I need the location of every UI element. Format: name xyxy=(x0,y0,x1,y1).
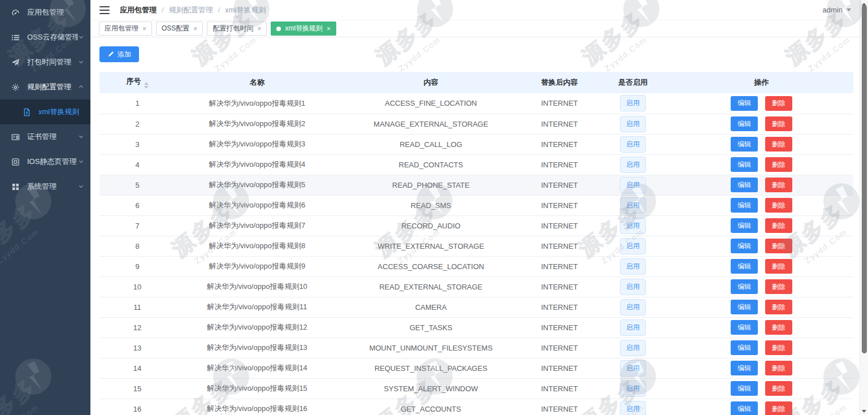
delete-button[interactable]: 删除 xyxy=(765,300,792,314)
scrollbar-thumb[interactable] xyxy=(862,5,867,353)
edit-button[interactable]: 编辑 xyxy=(731,198,758,213)
sidebar-item-app-package[interactable]: 应用包管理 xyxy=(0,0,90,25)
sidebar-item-ios-static-page[interactable]: IOS静态页管理 xyxy=(0,149,90,174)
enabled-badge[interactable]: 启用 xyxy=(620,218,646,234)
cell-content: SYSTEM_ALERT_WINDOW xyxy=(339,378,523,399)
delete-button[interactable]: 删除 xyxy=(765,157,792,172)
enabled-badge[interactable]: 启用 xyxy=(620,258,646,275)
delete-button[interactable]: 删除 xyxy=(765,320,792,335)
sidebar-item-xml-rules[interactable]: xml替换规则 xyxy=(0,100,90,124)
edit-button[interactable]: 编辑 xyxy=(731,320,758,335)
tab-pack-time[interactable]: 配置打包时间 × xyxy=(207,21,267,36)
add-button[interactable]: 添加 xyxy=(99,46,139,62)
cell-name: 解决华为/vivo/oppo报毒规则12 xyxy=(175,317,339,338)
sidebar-item-oss-storage[interactable]: OSS云存储管理 xyxy=(0,25,90,50)
hamburger-icon[interactable] xyxy=(96,4,113,16)
enabled-badge[interactable]: 启用 xyxy=(620,177,646,193)
user-dropdown[interactable]: admin xyxy=(823,6,851,14)
enabled-badge[interactable]: 启用 xyxy=(620,381,646,397)
cell-replace-content: INTERNET xyxy=(523,297,596,317)
edit-button[interactable]: 编辑 xyxy=(731,279,758,294)
edit-button[interactable]: 编辑 xyxy=(731,218,758,233)
tab-label: xml替换规则 xyxy=(285,24,323,33)
delete-button[interactable]: 删除 xyxy=(765,340,792,355)
sidebar-item-rule-config[interactable]: 规则配置管理 xyxy=(0,75,90,100)
enabled-badge[interactable]: 启用 xyxy=(620,299,646,315)
vertical-scrollbar[interactable] xyxy=(860,0,868,415)
enabled-badge[interactable]: 启用 xyxy=(620,319,646,336)
edit-button[interactable]: 编辑 xyxy=(731,137,758,152)
certificate-icon xyxy=(11,132,20,141)
cell-actions: 编辑 删除 xyxy=(670,256,853,276)
enabled-badge[interactable]: 启用 xyxy=(620,116,646,132)
row-index: 3 xyxy=(135,140,139,149)
close-icon[interactable]: × xyxy=(257,25,261,32)
sidebar-item-pack-time[interactable]: 打包时间管理 xyxy=(0,50,90,75)
row-index: 13 xyxy=(133,344,141,352)
edit-button[interactable]: 编辑 xyxy=(731,401,758,415)
close-icon[interactable]: × xyxy=(327,25,331,32)
edit-button[interactable]: 编辑 xyxy=(731,96,758,111)
tab-app-package[interactable]: 应用包管理 × xyxy=(99,21,152,36)
chevron-down-icon xyxy=(78,158,85,165)
rule-content: ACCESS_COARSE_LOCATION xyxy=(377,262,484,271)
cell-index: 9 xyxy=(99,256,175,276)
cell-actions: 编辑 删除 xyxy=(670,114,853,134)
delete-button[interactable]: 删除 xyxy=(765,361,792,375)
edit-button[interactable]: 编辑 xyxy=(731,239,758,253)
delete-button[interactable]: 删除 xyxy=(765,96,792,111)
edit-button[interactable]: 编辑 xyxy=(731,178,758,192)
delete-button[interactable]: 删除 xyxy=(765,198,792,213)
delete-button[interactable]: 删除 xyxy=(765,401,792,415)
enabled-badge[interactable]: 启用 xyxy=(620,95,646,111)
sidebar-item-certificates[interactable]: 证书管理 xyxy=(0,124,90,149)
enabled-badge[interactable]: 启用 xyxy=(620,157,646,173)
edit-button[interactable]: 编辑 xyxy=(731,259,758,274)
delete-button[interactable]: 删除 xyxy=(765,116,792,131)
scroll-down-arrow[interactable] xyxy=(860,408,868,414)
edit-button[interactable]: 编辑 xyxy=(731,381,758,396)
tab-oss-config[interactable]: OSS配置 × xyxy=(156,21,203,36)
edit-button[interactable]: 编辑 xyxy=(731,340,758,355)
cell-index: 15 xyxy=(99,378,175,399)
edit-button[interactable]: 编辑 xyxy=(731,361,758,375)
enabled-badge[interactable]: 启用 xyxy=(620,401,646,415)
cell-enabled: 启用 xyxy=(596,276,670,297)
cell-replace-content: INTERNET xyxy=(523,276,596,297)
rule-name: 解决华为/vivo/oppo报毒规则1 xyxy=(209,99,306,107)
enabled-badge[interactable]: 启用 xyxy=(620,340,646,356)
close-icon[interactable]: × xyxy=(193,25,197,32)
enabled-badge[interactable]: 启用 xyxy=(620,136,646,153)
enabled-badge[interactable]: 启用 xyxy=(620,360,646,377)
enabled-badge[interactable]: 启用 xyxy=(620,197,646,214)
enabled-badge[interactable]: 启用 xyxy=(620,238,646,254)
rule-replace-content: INTERNET xyxy=(541,303,578,312)
cell-index: 11 xyxy=(99,297,175,317)
enabled-badge[interactable]: 启用 xyxy=(620,279,646,295)
delete-button[interactable]: 删除 xyxy=(765,178,792,192)
rule-replace-content: INTERNET xyxy=(541,344,578,352)
edit-button[interactable]: 编辑 xyxy=(731,157,758,172)
table-row: 2 解决华为/vivo/oppo报毒规则2 MANAGE_EXTERNAL_ST… xyxy=(99,114,853,134)
cell-name: 解决华为/vivo/oppo报毒规则6 xyxy=(175,195,339,215)
edit-button[interactable]: 编辑 xyxy=(731,116,758,131)
delete-button[interactable]: 删除 xyxy=(765,279,792,294)
close-icon[interactable]: × xyxy=(142,25,146,32)
breadcrumb-item[interactable]: 应用包管理 xyxy=(120,5,157,15)
cell-content: READ_PHONE_STATE xyxy=(339,175,523,195)
delete-button[interactable]: 删除 xyxy=(765,218,792,233)
delete-button[interactable]: 删除 xyxy=(765,239,792,253)
tab-xml-rules-active[interactable]: xml替换规则 × xyxy=(271,21,336,36)
cell-actions: 编辑 删除 xyxy=(670,317,853,338)
sort-carets[interactable] xyxy=(144,82,149,89)
tab-label: 配置打包时间 xyxy=(212,24,253,33)
edit-button[interactable]: 编辑 xyxy=(731,300,758,314)
delete-button[interactable]: 删除 xyxy=(765,259,792,274)
cell-enabled: 启用 xyxy=(596,175,670,195)
delete-button[interactable]: 删除 xyxy=(765,137,792,152)
delete-button[interactable]: 删除 xyxy=(765,381,792,396)
breadcrumb-item[interactable]: 规则配置管理 xyxy=(169,5,213,15)
rule-replace-content: INTERNET xyxy=(541,222,578,230)
sidebar-item-system[interactable]: 系统管理 xyxy=(0,174,90,199)
cell-replace-content: INTERNET xyxy=(523,154,596,175)
